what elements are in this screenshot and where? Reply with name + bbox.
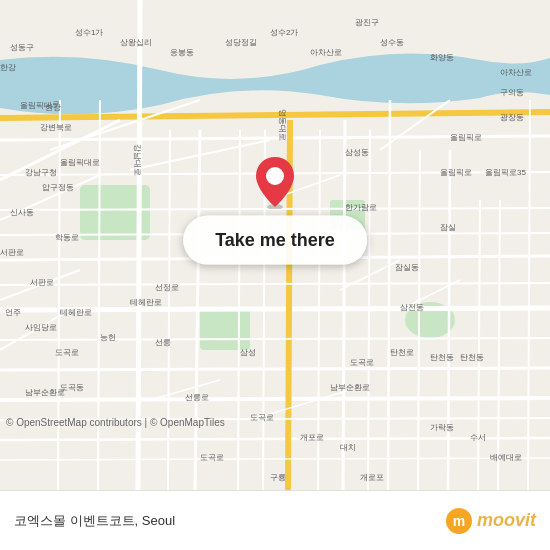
svg-text:강남대로: 강남대로 <box>133 144 142 176</box>
svg-text:도곡로: 도곡로 <box>55 348 79 357</box>
svg-text:영동대로: 영동대로 <box>278 109 287 141</box>
moovit-icon: m <box>445 507 473 535</box>
svg-text:선정로: 선정로 <box>155 283 179 292</box>
svg-text:삼성동: 삼성동 <box>345 148 369 157</box>
svg-text:광진구: 광진구 <box>355 18 379 27</box>
svg-text:도곡로: 도곡로 <box>200 453 224 462</box>
footer-city: Seoul <box>142 513 175 528</box>
footer-bar: 코엑스몰 이벤트코트, Seoul m moovit <box>0 490 550 550</box>
svg-text:탄천동: 탄천동 <box>460 353 484 362</box>
svg-text:한강: 한강 <box>45 103 61 112</box>
svg-text:선릉로: 선릉로 <box>185 393 209 402</box>
svg-text:신사동: 신사동 <box>10 208 34 217</box>
svg-text:잠실: 잠실 <box>440 223 456 232</box>
svg-text:아차산로: 아차산로 <box>500 68 532 77</box>
svg-text:남부순환로: 남부순환로 <box>25 388 65 397</box>
svg-text:성수2가: 성수2가 <box>270 28 298 37</box>
svg-text:올림픽로35: 올림픽로35 <box>485 168 526 177</box>
svg-text:수서: 수서 <box>470 433 486 442</box>
map-pin <box>253 155 297 199</box>
svg-text:아차산로: 아차산로 <box>310 48 342 57</box>
svg-text:사임당로: 사임당로 <box>25 323 57 332</box>
footer-place: 코엑스몰 이벤트코트, Seoul <box>14 512 175 530</box>
svg-text:강변북로: 강변북로 <box>40 123 72 132</box>
take-me-there-button[interactable]: Take me there <box>183 216 367 265</box>
svg-text:가락동: 가락동 <box>430 423 454 432</box>
svg-text:m: m <box>453 513 465 529</box>
svg-line-15 <box>343 120 345 490</box>
svg-text:올림픽로: 올림픽로 <box>440 168 472 177</box>
svg-text:탄천동: 탄천동 <box>430 353 454 362</box>
svg-text:한가람로: 한가람로 <box>345 203 377 212</box>
svg-text:올림픽대로: 올림픽대로 <box>60 158 100 167</box>
map-container: 올림픽대로 테헤란로 영동대로 남부순환로 도곡로 개포로 강남대로 강남구청 … <box>0 0 550 490</box>
svg-text:구룡: 구룡 <box>270 473 286 482</box>
svg-text:강남구청: 강남구청 <box>25 168 57 177</box>
svg-text:언주: 언주 <box>5 308 21 317</box>
svg-text:테헤란로: 테헤란로 <box>60 308 92 317</box>
svg-text:성동구: 성동구 <box>10 43 34 52</box>
svg-text:능헌: 능헌 <box>100 333 116 342</box>
svg-text:압구정동: 압구정동 <box>42 183 74 192</box>
svg-text:개포로: 개포로 <box>300 433 324 442</box>
svg-text:탄천로: 탄천로 <box>390 348 414 357</box>
moovit-logo-text: moovit <box>477 510 536 531</box>
svg-text:남부순환로: 남부순환로 <box>330 383 370 392</box>
svg-text:대치: 대치 <box>340 443 356 452</box>
svg-text:도곡로: 도곡로 <box>250 413 274 422</box>
svg-text:배예대로: 배예대로 <box>490 453 522 462</box>
svg-text:서판로: 서판로 <box>0 248 24 257</box>
svg-text:도곡동: 도곡동 <box>60 383 84 392</box>
svg-line-10 <box>0 398 550 400</box>
svg-text:삼성: 삼성 <box>240 348 256 357</box>
svg-point-109 <box>266 167 284 185</box>
map-attribution: © OpenStreetMap contributors | © OpenMap… <box>6 417 225 428</box>
svg-text:상왕십리: 상왕십리 <box>120 38 152 47</box>
svg-text:학동로: 학동로 <box>55 233 79 242</box>
svg-text:테헤란로: 테헤란로 <box>130 297 162 307</box>
svg-text:한강: 한강 <box>0 63 16 72</box>
footer-place-name: 코엑스몰 이벤트코트, <box>14 513 138 528</box>
svg-text:구의동: 구의동 <box>500 88 524 97</box>
moovit-logo: m moovit <box>445 507 536 535</box>
svg-text:삼전동: 삼전동 <box>400 303 424 312</box>
svg-text:성수동: 성수동 <box>380 38 404 47</box>
svg-text:화양동: 화양동 <box>430 53 454 62</box>
svg-text:서판로: 서판로 <box>30 278 54 287</box>
svg-text:개로포: 개로포 <box>360 473 384 482</box>
svg-text:선릉: 선릉 <box>155 338 171 347</box>
svg-text:도곡로: 도곡로 <box>350 358 374 367</box>
svg-text:올림픽로: 올림픽로 <box>450 133 482 142</box>
svg-rect-2 <box>200 310 250 350</box>
svg-text:성당정길: 성당정길 <box>225 38 257 47</box>
svg-text:응봉동: 응봉동 <box>170 48 194 57</box>
svg-text:잠실동: 잠실동 <box>395 263 419 272</box>
svg-text:성수1가: 성수1가 <box>75 28 103 37</box>
svg-text:광장동: 광장동 <box>500 113 524 122</box>
svg-line-9 <box>0 368 550 370</box>
